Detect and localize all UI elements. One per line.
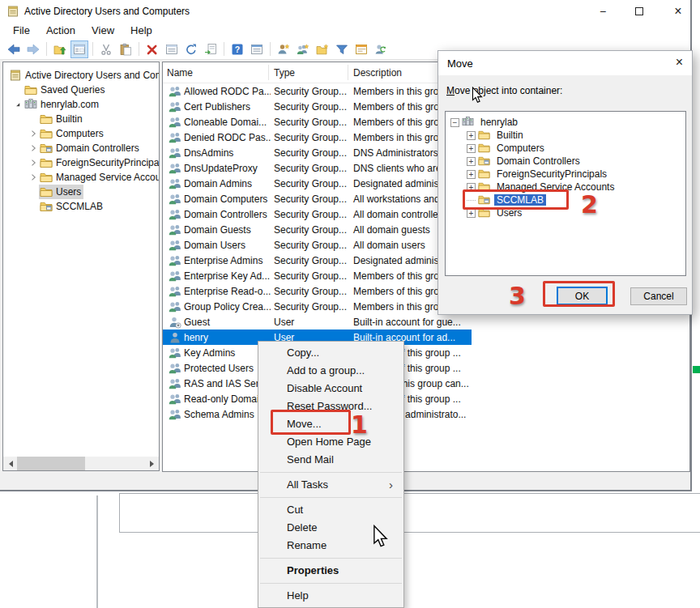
new-user-button[interactable] (275, 40, 292, 58)
tree-item-computers[interactable]: Computers (3, 126, 159, 141)
table-row[interactable]: Enterprise Key Ad...Security Group...Mem… (163, 268, 472, 283)
dialog-close-button[interactable]: × (676, 55, 683, 70)
menu-separator (260, 472, 402, 473)
table-row[interactable]: Enterprise Read-o...Security Group...Mem… (163, 283, 472, 299)
scroll-right-button[interactable] (145, 457, 159, 470)
table-row[interactable]: Enterprise AdminsSecurity Group...Design… (163, 253, 472, 268)
menubar-action[interactable]: Action (38, 23, 83, 39)
new-window-button[interactable] (352, 40, 370, 58)
dialog-tree-item-henrylab[interactable]: −henrylab (446, 116, 685, 129)
tree-item-managed-service-accounts[interactable]: Managed Service Accounts (3, 170, 159, 185)
export-list-button[interactable] (202, 40, 220, 58)
scrollbar-thumb[interactable] (17, 457, 85, 470)
table-row[interactable]: DnsAdminsSecurity Group...DNS Administra… (163, 145, 472, 160)
tree-item-label: Active Directory Users and Com (25, 70, 160, 81)
menu-item-disable-account[interactable]: Disable Account (258, 380, 403, 398)
menu-item-copy[interactable]: Copy... (258, 344, 403, 362)
menubar-file[interactable]: File (5, 23, 38, 39)
back-button[interactable] (5, 40, 23, 58)
table-row[interactable]: Cert PublishersSecurity Group...Members … (163, 99, 472, 114)
menu-item-cut[interactable]: Cut (258, 501, 403, 519)
table-row[interactable]: Domain ComputersSecurity Group...All wor… (163, 191, 472, 206)
dialog-tree-item-label: Builtin (494, 130, 526, 141)
dialog-tree-item-foreignsecurityprincipals[interactable]: +ForeignSecurityPrincipals (446, 168, 685, 181)
dialog-tree-item-builtin[interactable]: +Builtin (446, 129, 685, 142)
expand-plus-icon[interactable]: + (467, 144, 476, 153)
horizontal-scrollbar[interactable] (3, 457, 159, 470)
delete-button[interactable] (143, 40, 161, 58)
tree-item-henrylab-com[interactable]: henrylab.com (3, 97, 159, 112)
tree-item-saved-queries[interactable]: Saved Queries (3, 83, 159, 97)
cut-button[interactable] (97, 40, 115, 58)
background-line (119, 493, 120, 533)
properties-window-icon (165, 43, 178, 56)
refresh-button[interactable] (182, 40, 200, 58)
tree-item-builtin[interactable]: Builtin (3, 112, 159, 126)
tree-item-active-directory-users-and-com[interactable]: Active Directory Users and Com (3, 68, 159, 83)
chevron-right-icon[interactable] (28, 129, 39, 139)
dialog-tree-item-domain-controllers[interactable]: +Domain Controllers (446, 155, 685, 168)
menu-item-all-tasks[interactable]: All Tasks› (258, 476, 403, 494)
menu-item-properties[interactable]: Properties (258, 562, 403, 580)
column-header-type[interactable]: Type (274, 67, 295, 79)
properties-window-button[interactable] (163, 40, 181, 58)
console-window-button[interactable] (248, 40, 266, 58)
table-row[interactable]: Domain AdminsSecurity Group...Designated… (163, 176, 472, 191)
forward-icon (27, 43, 40, 56)
maximize-button[interactable] (625, 0, 653, 23)
menubar-view[interactable]: View (83, 23, 122, 39)
scroll-left-button[interactable] (3, 457, 17, 470)
chevron-right-icon[interactable] (28, 172, 39, 183)
table-row[interactable]: Denied RODC Pas...Security Group...Membe… (163, 130, 472, 145)
change-dc-button[interactable] (372, 40, 390, 58)
column-header-description[interactable]: Description (353, 67, 402, 79)
menu-item-help[interactable]: Help (258, 587, 403, 605)
column-divider[interactable] (348, 65, 348, 80)
dialog-tree-item-computers[interactable]: +Computers (446, 142, 685, 155)
tree-item-foreignsecurityprincipals[interactable]: ForeignSecurityPrincipals (3, 155, 159, 170)
menu-item-add-to-a-group[interactable]: Add to a group... (258, 362, 403, 380)
tree-item-users[interactable]: Users (3, 185, 159, 199)
tree-item-sccmlab[interactable]: SCCMLAB (3, 199, 159, 214)
table-row[interactable]: Domain ControllersSecurity Group...All d… (163, 206, 472, 222)
table-row[interactable]: GuestUserBuilt-in account for gue... (163, 314, 472, 330)
chevron-down-icon[interactable] (13, 100, 23, 110)
help-button[interactable]: ? (228, 40, 246, 58)
folder-icon (478, 129, 491, 142)
table-row[interactable]: Domain GuestsSecurity Group...All domain… (163, 222, 472, 237)
menubar-help[interactable]: Help (122, 23, 160, 39)
tree-item-label: Domain Controllers (56, 142, 139, 154)
expand-plus-icon[interactable]: + (467, 209, 476, 218)
cancel-button[interactable]: Cancel (630, 287, 687, 305)
table-row[interactable]: Cloneable Domai...Security Group...Membe… (163, 114, 472, 130)
paste-button[interactable] (117, 40, 134, 58)
tree-item-domain-controllers[interactable]: Domain Controllers (3, 141, 159, 155)
menu-item-send-mail[interactable]: Send Mail (258, 451, 403, 469)
menu-item-open-home-page[interactable]: Open Home Page (258, 433, 403, 451)
new-ou-button[interactable] (314, 40, 331, 58)
expand-plus-icon[interactable]: + (467, 131, 476, 140)
table-row[interactable]: DnsUpdateProxySecurity Group...DNS clien… (163, 160, 472, 176)
table-row[interactable]: Group Policy Crea...Security Group...Mem… (163, 299, 472, 314)
up-level-button[interactable] (51, 40, 69, 58)
dialog-title: Move (447, 57, 473, 70)
expand-plus-icon[interactable]: + (467, 170, 476, 179)
maximize-icon (635, 7, 643, 15)
minimize-button[interactable]: − (589, 0, 617, 23)
new-group-button[interactable] (294, 40, 312, 58)
filter-button[interactable] (333, 40, 351, 58)
close-button[interactable]: × (664, 0, 692, 23)
show-tree-button[interactable] (70, 40, 88, 58)
group-icon (169, 270, 181, 283)
annotation-step-2: 2 (581, 193, 598, 217)
column-divider[interactable] (268, 65, 269, 80)
table-row[interactable]: Domain UsersSecurity Group...All domain … (163, 237, 472, 253)
chevron-right-icon[interactable] (28, 143, 39, 154)
expand-plus-icon[interactable]: + (467, 157, 476, 166)
table-row[interactable]: Allowed RODC Pa...Security Group...Membe… (163, 83, 472, 99)
column-header-name[interactable]: Name (167, 67, 193, 79)
chevron-right-icon[interactable] (28, 158, 39, 168)
collapse-minus-icon[interactable]: − (450, 118, 459, 127)
forward-button[interactable] (24, 40, 42, 58)
cell-name: Cert Publishers (184, 101, 271, 113)
